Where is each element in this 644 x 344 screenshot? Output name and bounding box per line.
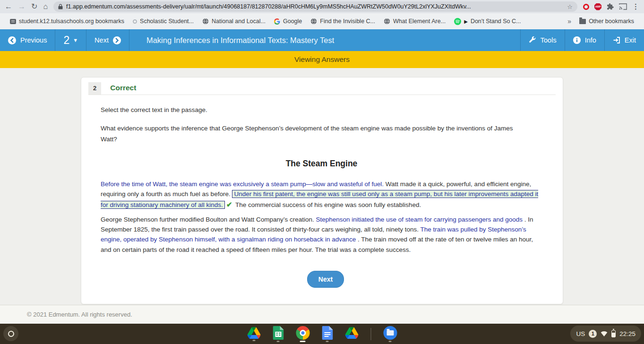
launcher-button[interactable] bbox=[3, 326, 18, 341]
google-drive-app[interactable] bbox=[247, 327, 260, 341]
bookmarks-overflow-icon[interactable]: » bbox=[564, 17, 575, 25]
folder-icon bbox=[579, 19, 586, 24]
bookmark-spotify[interactable]: ▶ Don't Stand So C... bbox=[450, 18, 525, 25]
chrome-app[interactable] bbox=[296, 326, 309, 342]
status-tray[interactable]: US 1 22:25 bbox=[570, 326, 641, 342]
launcher-icon bbox=[8, 331, 14, 337]
previous-button[interactable]: Previous bbox=[0, 29, 55, 51]
google-docs-app[interactable] bbox=[322, 326, 333, 342]
google-sheets-icon bbox=[273, 326, 283, 340]
battery-icon bbox=[611, 330, 616, 337]
bookmark-tulsaschools[interactable]: student.k12.tulsaschools.org bookmarks bbox=[6, 18, 129, 25]
url-text: f1.app.edmentum.com/assessments-delivery… bbox=[66, 3, 564, 10]
tools-button[interactable]: Tools bbox=[520, 29, 565, 51]
wrench-icon bbox=[529, 36, 536, 44]
generic-site-icon bbox=[133, 19, 137, 24]
google-sheets-app[interactable] bbox=[273, 326, 283, 342]
wifi-icon bbox=[601, 331, 608, 336]
main-content: 2 Correct Select the correct text in the… bbox=[0, 68, 644, 305]
header-spacer bbox=[334, 29, 520, 51]
globe-icon bbox=[202, 18, 209, 25]
banner-text: Viewing Answers bbox=[294, 55, 350, 64]
next-circle-arrow-icon bbox=[113, 36, 121, 44]
google-drive-icon bbox=[247, 327, 260, 339]
passage-title: The Steam Engine bbox=[101, 159, 542, 169]
bookmark-national-local[interactable]: National and Local... bbox=[198, 18, 270, 25]
info-button[interactable]: Info bbox=[565, 29, 604, 51]
question-card-header: 2 Correct bbox=[88, 82, 556, 95]
cast-icon[interactable] bbox=[619, 3, 627, 10]
answer-option-2[interactable]: Stephenson initiated the use of steam fo… bbox=[316, 216, 523, 223]
back-icon[interactable]: ← bbox=[5, 3, 12, 10]
bookmark-scholastic[interactable]: Scholastic Student... bbox=[129, 18, 198, 25]
assessment-header: Previous 2 ▼ Next Making Inferences in I… bbox=[0, 29, 644, 51]
home-icon[interactable]: ⌂ bbox=[43, 3, 48, 10]
viewing-answers-banner: Viewing Answers bbox=[0, 51, 644, 68]
bookmark-what-element[interactable]: What Element Are... bbox=[379, 18, 450, 25]
bookmark-star-icon[interactable]: ☆ bbox=[567, 3, 573, 10]
lock-icon bbox=[58, 4, 63, 9]
other-bookmarks[interactable]: Other bookmarks bbox=[575, 18, 638, 25]
active-indicator bbox=[300, 341, 306, 342]
assessment-title: Making Inferences in Informational Texts… bbox=[146, 36, 334, 45]
notification-badge: 1 bbox=[589, 330, 597, 338]
extension-icons: ABP ⋮ bbox=[583, 2, 639, 11]
clock: 22:25 bbox=[619, 330, 635, 337]
passage-paragraph-2: George Stephenson further modified Boult… bbox=[101, 215, 542, 255]
shelf-separator bbox=[370, 328, 371, 340]
exit-icon bbox=[613, 36, 620, 44]
bookmarks-journal-icon bbox=[10, 19, 16, 24]
spotify-icon bbox=[454, 18, 461, 25]
question-instruction: Select the correct text in the passage. bbox=[101, 106, 550, 113]
next-question-button[interactable]: Next bbox=[307, 271, 344, 288]
google-docs-icon bbox=[322, 326, 333, 340]
google-g-icon bbox=[274, 18, 280, 25]
files-icon bbox=[383, 326, 397, 340]
play-icon: ▶ bbox=[464, 19, 468, 24]
info-icon bbox=[573, 36, 581, 44]
passage-paragraph-1: Before the time of Watt, the steam engin… bbox=[101, 179, 542, 210]
files-app[interactable] bbox=[383, 326, 397, 342]
google-drive-app-2[interactable] bbox=[345, 327, 358, 341]
result-status: Correct bbox=[110, 84, 136, 95]
chrome-icon bbox=[296, 326, 309, 340]
question-number-dropdown[interactable]: 2 ▼ bbox=[55, 29, 86, 51]
bookmark-google[interactable]: Google bbox=[270, 18, 306, 25]
keyboard-layout: US bbox=[576, 330, 585, 337]
running-indicator bbox=[389, 341, 392, 342]
extensions-puzzle-icon[interactable] bbox=[607, 3, 614, 10]
address-bar[interactable]: f1.app.edmentum.com/assessments-delivery… bbox=[53, 1, 577, 12]
copyright-text: © 2021 Edmentum. All rights reserved. bbox=[27, 311, 132, 318]
browser-menu-icon[interactable]: ⋮ bbox=[632, 2, 639, 11]
running-indicator bbox=[277, 341, 280, 342]
opera-extension-icon[interactable] bbox=[583, 4, 589, 10]
next-button-header[interactable]: Next bbox=[86, 29, 129, 51]
correct-checkmark-icon: ✔ bbox=[226, 200, 232, 208]
globe-icon bbox=[310, 18, 317, 25]
previous-circle-arrow-icon bbox=[8, 36, 16, 44]
question-card: 2 Correct Select the correct text in the… bbox=[81, 77, 563, 304]
adblock-plus-icon[interactable]: ABP bbox=[594, 3, 601, 10]
page-footer: © 2021 Edmentum. All rights reserved. bbox=[0, 305, 644, 324]
passage-text: The commercial success of his engine was… bbox=[233, 201, 421, 208]
running-indicator bbox=[326, 341, 329, 342]
passage: The Steam Engine Before the time of Watt… bbox=[101, 159, 542, 255]
chromeos-shelf: US 1 22:25 bbox=[0, 324, 644, 344]
bookmarks-bar: student.k12.tulsaschools.org bookmarks S… bbox=[0, 13, 644, 29]
exit-button[interactable]: Exit bbox=[604, 29, 644, 51]
globe-icon bbox=[384, 18, 390, 25]
forward-icon[interactable]: → bbox=[18, 3, 26, 10]
running-indicator bbox=[252, 340, 255, 341]
passage-text: George Stephenson further modified Boult… bbox=[101, 216, 316, 223]
browser-toolbar: ← → ↻ ⌂ f1.app.edmentum.com/assessments-… bbox=[0, 0, 644, 13]
chevron-down-icon: ▼ bbox=[73, 37, 78, 43]
bookmark-find-invisible[interactable]: Find the Invisible C... bbox=[306, 18, 379, 25]
question-prompt: What evidence supports the inference tha… bbox=[101, 123, 516, 145]
answer-option-1[interactable]: Before the time of Watt, the steam engin… bbox=[101, 181, 384, 188]
question-number-badge: 2 bbox=[88, 82, 101, 95]
google-drive-icon bbox=[345, 327, 358, 339]
reload-icon[interactable]: ↻ bbox=[31, 3, 37, 10]
